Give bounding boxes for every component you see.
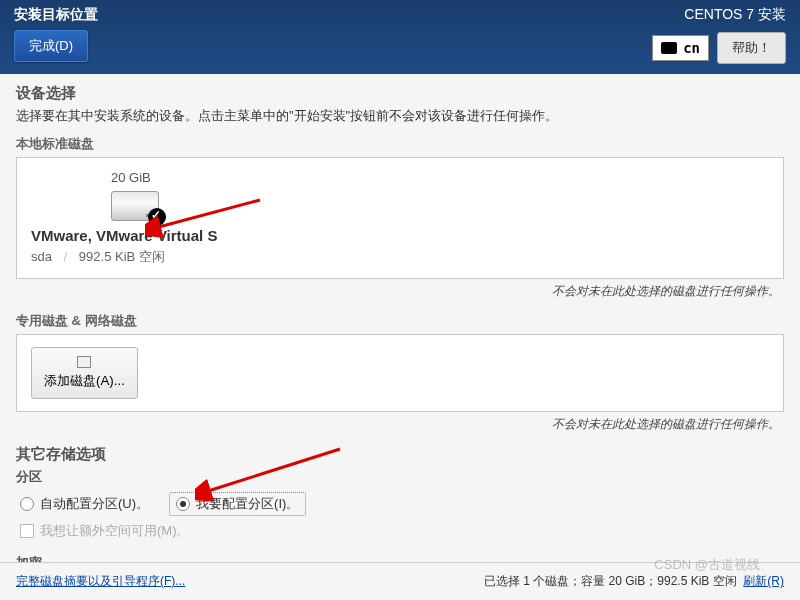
disk-name: VMware, VMware Virtual S [31,227,769,244]
manual-partition-label: 我要配置分区(I)。 [196,495,299,513]
footer-bar: 完整磁盘摘要以及引导程序(F)... 已选择 1 个磁盘；容量 20 GiB；9… [0,562,800,600]
disk-info: sda / 992.5 KiB 空闲 [31,248,769,266]
checkmark-icon [148,208,166,226]
disk-free: 992.5 KiB 空闲 [79,249,165,264]
refresh-link[interactable]: 刷新(R) [743,574,784,588]
storage-options-title: 其它存储选项 [16,445,784,464]
add-disk-icon [77,356,91,368]
extra-space-label: 我想让额外空间可用(M)。 [40,522,190,540]
keyboard-icon [661,42,677,54]
special-disks-note: 不会对未在此处选择的磁盘进行任何操作。 [16,416,784,433]
help-button[interactable]: 帮助！ [717,32,786,64]
device-selection-title: 设备选择 [16,84,784,103]
partition-label: 分区 [16,468,784,486]
extra-space-checkbox: 我想让额外空间可用(M)。 [20,522,784,540]
special-disks-panel: 添加磁盘(A)... [16,334,784,412]
radio-icon [176,497,190,511]
installer-brand: CENTOS 7 安装 [684,6,786,24]
disk-summary-link[interactable]: 完整磁盘摘要以及引导程序(F)... [16,573,185,590]
keyboard-layout-selector[interactable]: cn [652,35,709,61]
device-selection-desc: 选择要在其中安装系统的设备。点击主菜单中的"开始安装"按钮前不会对该设备进行任何… [16,107,784,125]
add-disk-button[interactable]: 添加磁盘(A)... [31,347,138,399]
header-bar: 安装目标位置 完成(D) CENTOS 7 安装 cn 帮助！ [0,0,800,74]
local-disks-note: 不会对未在此处选择的磁盘进行任何操作。 [16,283,784,300]
page-title: 安装目标位置 [14,6,98,24]
keyboard-layout-label: cn [683,40,700,56]
encryption-label: 加密 [16,554,784,562]
disk-device: sda [31,249,52,264]
auto-partition-radio[interactable]: 自动配置分区(U)。 [20,495,149,513]
manual-partition-radio[interactable]: 我要配置分区(I)。 [169,492,306,516]
add-disk-label: 添加磁盘(A)... [44,372,125,390]
auto-partition-label: 自动配置分区(U)。 [40,495,149,513]
footer-status: 已选择 1 个磁盘；容量 20 GiB；992.5 KiB 空闲 刷新(R) [484,573,784,590]
main-content: 设备选择 选择要在其中安装系统的设备。点击主菜单中的"开始安装"按钮前不会对该设… [0,74,800,562]
local-disks-label: 本地标准磁盘 [16,135,784,153]
disk-size: 20 GiB [111,170,769,185]
checkbox-icon [20,524,34,538]
local-disks-panel: 20 GiB VMware, VMware Virtual S sda / 99… [16,157,784,279]
done-button[interactable]: 完成(D) [14,30,88,62]
special-disks-label: 专用磁盘 & 网络磁盘 [16,312,784,330]
disk-item[interactable] [111,191,161,221]
radio-icon [20,497,34,511]
